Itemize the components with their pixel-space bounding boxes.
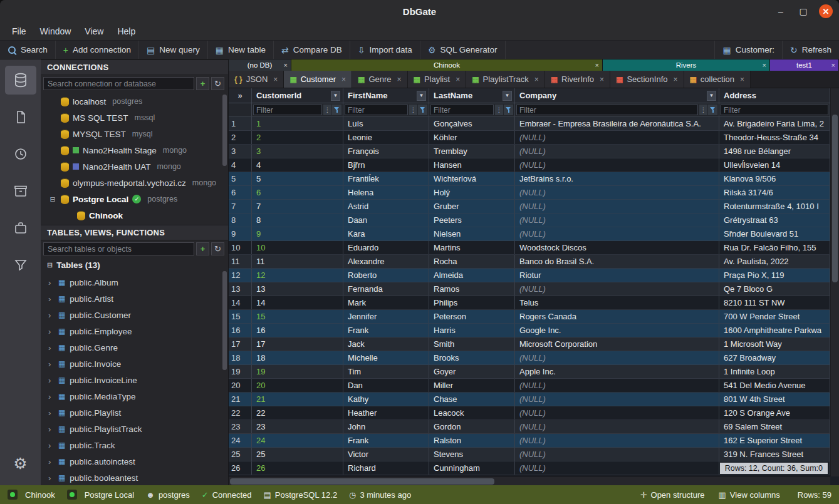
cell-lastname[interactable]: Nielsen	[429, 227, 515, 240]
cell-lastname[interactable]: Rocha	[429, 255, 515, 268]
toolbar-button[interactable]: ▦ New table	[208, 41, 274, 59]
row-number[interactable]: 24	[229, 434, 252, 447]
chevron-right-icon[interactable]: ›	[48, 441, 54, 450]
row-number[interactable]: 1	[229, 117, 252, 130]
table-row[interactable]: 21 21 Kathy Chase (NULL) 801 W 4th Stree…	[229, 393, 839, 406]
cell-company[interactable]: (NULL)	[515, 158, 719, 172]
chevron-right-icon[interactable]: ›	[48, 457, 54, 466]
horizontal-scrollbar-thumb[interactable]	[230, 478, 494, 485]
cell-company[interactable]: (NULL)	[515, 351, 719, 364]
cell-address[interactable]: 700 W Pender Street	[719, 310, 830, 323]
expander-icon[interactable]: ⊟	[48, 195, 57, 203]
cell-firstname[interactable]: Victor	[343, 448, 429, 461]
row-number[interactable]: 26	[229, 461, 252, 475]
table-row[interactable]: 10 10 Eduardo Martins Woodstock Discos R…	[229, 241, 839, 255]
horizontal-scrollbar[interactable]	[229, 476, 830, 485]
row-number[interactable]: 10	[229, 241, 252, 254]
cell-address[interactable]: 120 S Orange Ave	[719, 406, 830, 419]
connection-item[interactable]: localhost ✓ postgres	[41, 93, 228, 110]
cell-customerid[interactable]: 6	[252, 186, 343, 199]
cell-firstname[interactable]: Heather	[343, 406, 429, 419]
cell-address[interactable]: 8210 111 ST NW	[719, 296, 830, 309]
cell-customerid[interactable]: 23	[252, 420, 343, 433]
table-row[interactable]: 3 3 François Tremblay (NULL) 1498 rue Bé…	[229, 145, 839, 158]
cell-lastname[interactable]: Smith	[429, 337, 515, 351]
settings-rail-button[interactable]: ⚙	[5, 449, 36, 478]
cell-address[interactable]: 627 Broadway	[719, 351, 830, 364]
toolbar-button[interactable]: ⇩ Import data	[350, 41, 420, 59]
chevron-right-icon[interactable]: ›	[48, 408, 54, 418]
connection-search-input[interactable]	[43, 77, 194, 90]
toolbar-button[interactable]: ▤ New query	[139, 41, 208, 59]
table-row[interactable]: 7 7 Astrid Gruber (NULL) Rotenturmstraße…	[229, 200, 839, 213]
close-icon[interactable]: ×	[595, 61, 599, 69]
filter-input[interactable]	[253, 105, 322, 115]
table-row[interactable]: 17 17 Jack Smith Microsoft Corporation 1…	[229, 337, 839, 351]
menu-item[interactable]: Window	[33, 24, 78, 38]
cell-firstname[interactable]: Leonie	[343, 131, 429, 144]
table-row[interactable]: 16 16 Frank Harris Google Inc. 1600 Amph…	[229, 324, 839, 337]
cell-firstname[interactable]: Helena	[343, 186, 429, 199]
table-list-item[interactable]: › ▦ public.Employee	[41, 323, 228, 339]
row-number[interactable]: 18	[229, 351, 252, 364]
cell-company[interactable]: Google Inc.	[515, 324, 719, 337]
row-number[interactable]: 5	[229, 172, 252, 185]
status-action[interactable]: Rows: 59	[794, 490, 831, 500]
column-dropdown-icon[interactable]: ▼	[417, 91, 426, 101]
connection-item[interactable]: ⊟ Postgre Local ✓ postgres	[41, 191, 228, 207]
cell-customerid[interactable]: 22	[252, 406, 343, 419]
menu-item[interactable]: File	[5, 24, 33, 38]
cell-lastname[interactable]: Almeida	[429, 269, 515, 282]
connection-item[interactable]: MS SQL TEST ✓ mssql	[41, 110, 228, 126]
table-list-item[interactable]: › ▦ public.PlaylistTrack	[41, 421, 228, 437]
close-icon[interactable]: ×	[763, 61, 766, 69]
table-row[interactable]: 6 6 Helena Holý (NULL) Rilská 3174/6	[229, 186, 839, 200]
add-connection-small-button[interactable]: +	[196, 77, 209, 90]
tab[interactable]: ▦ Genre ×	[352, 71, 408, 88]
table-row[interactable]: 9 9 Kara Nielsen (NULL) Sřnder Boulevard…	[229, 227, 839, 241]
apps-rail-button[interactable]	[5, 213, 36, 242]
chevron-right-icon[interactable]: ›	[48, 392, 54, 401]
close-icon[interactable]: ×	[673, 75, 677, 84]
table-row[interactable]: 11 11 Alexandre Rocha Banco do Brasil S.…	[229, 255, 839, 269]
cell-firstname[interactable]: Jennifer	[343, 310, 429, 323]
filter-input[interactable]	[345, 105, 408, 115]
tables-scrollbar[interactable]	[222, 271, 227, 370]
connections-scrollbar[interactable]	[222, 95, 227, 166]
cell-lastname[interactable]: Goyer	[429, 365, 515, 378]
cell-address[interactable]: Av. Paulista, 2022	[719, 255, 830, 268]
row-number[interactable]: 21	[229, 393, 252, 406]
cell-firstname[interactable]: John	[343, 420, 429, 433]
column-header[interactable]: CustomerId ▼	[252, 88, 343, 103]
row-number[interactable]: 17	[229, 337, 252, 351]
row-number[interactable]: 8	[229, 213, 252, 227]
cell-firstname[interactable]: Alexandre	[343, 255, 429, 268]
table-row[interactable]: 20 20 Dan Miller (NULL) 541 Del Medio Av…	[229, 379, 839, 393]
chevron-right-icon[interactable]: ›	[48, 278, 54, 287]
expand-all-button[interactable]: »	[229, 88, 252, 103]
cell-address[interactable]: Qe 7 Bloco G	[719, 282, 830, 296]
cell-address[interactable]: 1 Microsoft Way	[719, 337, 830, 351]
column-header[interactable]: LastName ▼	[429, 88, 515, 103]
cell-address[interactable]: 1600 Amphitheatre Parkwa	[719, 324, 830, 337]
cell-company[interactable]: (NULL)	[515, 448, 719, 461]
chevron-right-icon[interactable]: ›	[48, 311, 54, 320]
table-row[interactable]: 13 13 Fernanda Ramos (NULL) Qe 7 Bloco G	[229, 282, 839, 296]
cell-firstname[interactable]: Frank	[343, 434, 429, 447]
table-row[interactable]: 12 12 Roberto Almeida Riotur Praça Pio X…	[229, 269, 839, 282]
cell-company[interactable]: (NULL)	[515, 379, 719, 392]
column-header[interactable]: FirstName ▼	[343, 88, 429, 103]
cell-company[interactable]: (NULL)	[515, 282, 719, 296]
cell-address[interactable]: Ullevĺlsveien 14	[719, 158, 830, 172]
row-number[interactable]: 25	[229, 448, 252, 461]
column-dropdown-icon[interactable]: ▼	[331, 91, 340, 101]
cell-address[interactable]: Sřnder Boulevard 51	[719, 227, 830, 240]
table-row[interactable]: 5 5 Frantiĺek Wichterlová JetBrains s.r.…	[229, 172, 839, 186]
table-list-item[interactable]: › ▦ public.Track	[41, 437, 228, 453]
menu-item[interactable]: View	[78, 24, 110, 38]
tab-group[interactable]: (no DB) ×	[229, 59, 291, 71]
minimize-button[interactable]: –	[774, 4, 788, 18]
filter-menu-icon[interactable]: ⋮	[495, 105, 503, 115]
cell-customerid[interactable]: 7	[252, 200, 343, 213]
tab[interactable]: ▦ Playlist ×	[408, 71, 467, 88]
